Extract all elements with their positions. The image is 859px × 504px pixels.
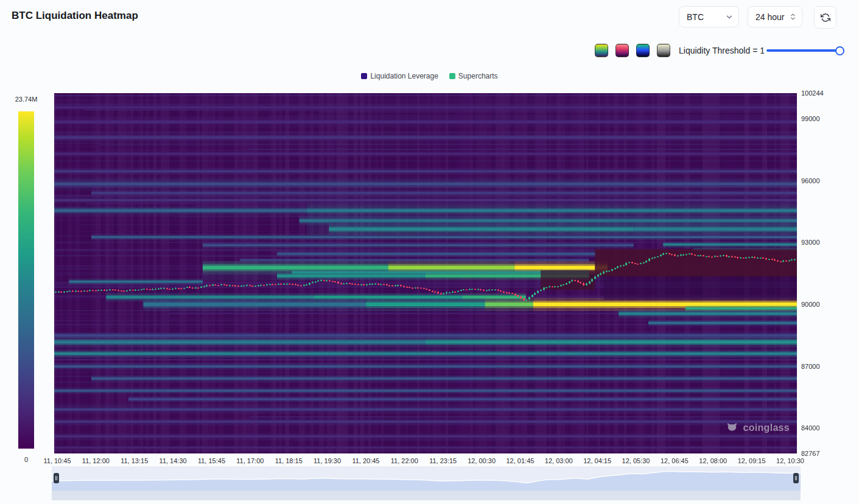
symbol-select-value: BTC <box>687 12 704 22</box>
time-tick-label: 11, 13:15 <box>121 457 148 464</box>
time-tick-label: 12, 09:15 <box>738 457 766 464</box>
time-tick-label: 11, 18:15 <box>275 457 303 464</box>
threshold-slider[interactable] <box>766 46 840 55</box>
range-navigator[interactable] <box>52 466 801 491</box>
interval-select-value: 24 hour <box>756 12 784 22</box>
grayscale-palette-button[interactable] <box>657 44 670 57</box>
time-tick-label: 11, 19:30 <box>314 457 341 464</box>
time-tick-label: 11, 12:00 <box>82 457 110 464</box>
heatmap-canvas[interactable] <box>54 93 797 453</box>
navigator-area[interactable] <box>52 466 801 491</box>
price-tick-label: 84000 <box>801 424 820 432</box>
watermark-text: coinglass <box>743 422 790 433</box>
time-tick-label: 12, 01:45 <box>507 457 535 464</box>
colorbar-max-label: 23.74M <box>10 96 43 103</box>
time-axis: 11, 10:4511, 12:0011, 13:1511, 14:3011, … <box>54 457 815 466</box>
unfold-more-icon <box>789 13 797 21</box>
refresh-button[interactable] <box>814 6 836 29</box>
heatmap-area: coinglass <box>54 93 797 453</box>
threshold-slider-track[interactable] <box>766 49 840 52</box>
colorbar <box>18 111 34 449</box>
chevron-down-icon <box>725 13 734 21</box>
coinglass-bull-icon <box>726 421 738 434</box>
price-tick-label: 93000 <box>801 239 820 246</box>
navigator-left-handle[interactable] <box>54 473 59 483</box>
colorbar-min-label: 0 <box>10 456 43 463</box>
time-tick-label: 12, 08:00 <box>699 457 727 464</box>
time-tick-label: 12, 06:45 <box>661 457 689 464</box>
navigator-right-handle[interactable] <box>793 473 799 483</box>
chart-legend: Liquidation Leverage Supercharts <box>0 72 859 80</box>
symbol-select[interactable]: BTC <box>679 6 739 27</box>
time-tick-label: 12, 05:30 <box>622 457 650 464</box>
time-tick-label: 11, 15:45 <box>198 457 225 464</box>
time-tick-label: 12, 04:15 <box>583 457 611 464</box>
time-tick-label: 11, 14:30 <box>160 457 187 464</box>
green-viridis-palette-button[interactable] <box>595 44 608 57</box>
time-tick-label: 11, 23:15 <box>429 457 457 464</box>
time-tick-label: 11, 20:45 <box>352 457 379 464</box>
page-root: { "header": { "title": "BTC Liquidation … <box>0 0 859 504</box>
price-tick-label: 90000 <box>801 301 820 308</box>
threshold-label: Liquidity Threshold = 1 <box>679 46 765 55</box>
price-tick-label: 87000 <box>801 363 820 370</box>
blue-palette-button[interactable] <box>636 44 650 57</box>
refresh-icon <box>821 13 830 23</box>
price-tick-label: 100244 <box>801 89 824 97</box>
supercharts-swatch <box>449 73 455 79</box>
price-axis: 1002449900096000930009000087000840008276… <box>801 93 838 453</box>
legend-label: Liquidation Leverage <box>370 72 438 80</box>
red-magma-palette-button[interactable] <box>615 44 629 57</box>
time-tick-label: 12, 10:30 <box>776 457 804 464</box>
threshold-slider-handle[interactable] <box>835 46 844 55</box>
price-tick-label: 82767 <box>801 450 820 457</box>
legend-label: Supercharts <box>458 72 498 80</box>
watermark: coinglass <box>726 421 790 434</box>
time-tick-label: 12, 00:30 <box>468 457 496 464</box>
time-tick-label: 12, 03:00 <box>545 457 573 464</box>
time-tick-label: 11, 22:00 <box>391 457 418 464</box>
interval-select[interactable]: 24 hour <box>748 6 802 27</box>
legend-item-supercharts[interactable]: Supercharts <box>449 72 498 80</box>
page-title: BTC Liquidation Heatmap <box>12 10 138 22</box>
time-tick-label: 11, 10:45 <box>43 457 71 464</box>
price-tick-label: 99000 <box>801 115 820 122</box>
price-tick-label: 96000 <box>801 177 820 184</box>
time-tick-label: 11, 17:00 <box>236 457 264 464</box>
legend-item-liquidation-leverage[interactable]: Liquidation Leverage <box>361 72 438 80</box>
navigator-track[interactable] <box>52 491 801 500</box>
liquidation-leverage-swatch <box>361 73 367 79</box>
